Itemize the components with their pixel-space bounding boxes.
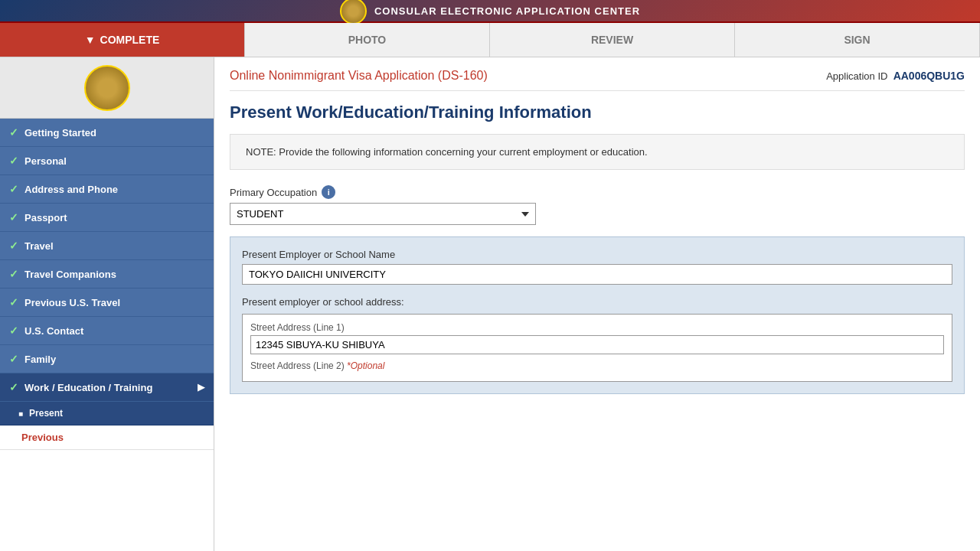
sidebar-sub-item-present[interactable]: ■ Present — [0, 402, 214, 425]
sidebar-item-travel-companions[interactable]: ✓ Travel Companions — [0, 260, 214, 289]
note-text: NOTE: Provide the following information … — [246, 146, 648, 158]
tab-complete-label: COMPLETE — [100, 34, 160, 46]
application-id: Application ID AA006QBU1G — [826, 70, 965, 82]
check-icon: ✓ — [9, 183, 18, 195]
sidebar-item-family[interactable]: ✓ Family — [0, 345, 214, 373]
sidebar-item-previous-us-travel[interactable]: ✓ Previous U.S. Travel — [0, 289, 214, 317]
check-icon: ✓ — [9, 126, 18, 139]
header-logo: CONSULAR ELECTRONIC APPLICATION CENTER — [340, 0, 640, 24]
tab-sign-label: SIGN — [844, 34, 870, 46]
sidebar-item-getting-started[interactable]: ✓ Getting Started — [0, 119, 214, 147]
employer-box: Present Employer or School Name Present … — [230, 236, 965, 394]
check-icon: ✓ — [9, 268, 18, 280]
seal-icon — [340, 0, 367, 24]
employer-name-section: Present Employer or School Name — [242, 249, 952, 285]
sidebar: ✓ Getting Started ✓ Personal ✓ Address a… — [0, 57, 214, 551]
check-icon: ✓ — [9, 324, 18, 337]
tab-complete[interactable]: ▼ COMPLETE — [0, 23, 245, 57]
sidebar-sub-label-present: Present — [29, 408, 63, 419]
primary-occupation-label: Primary Occupation i — [230, 185, 965, 199]
note-box: NOTE: Provide the following information … — [230, 134, 965, 170]
sidebar-item-passport[interactable]: ✓ Passport — [0, 204, 214, 232]
check-icon: ✓ — [9, 211, 18, 223]
application-title: Online Nonimmigrant Visa Application (DS… — [230, 69, 488, 83]
sidebar-item-work-education[interactable]: ✓ Work / Education / Training ▶ — [0, 373, 214, 402]
sidebar-label-passport: Passport — [24, 212, 67, 223]
street2-label-area: Street Address (Line 2) *Optional — [250, 360, 944, 371]
address-section: Present employer or school address: Stre… — [242, 296, 952, 382]
bullet-icon: ■ — [18, 409, 23, 418]
sidebar-item-personal[interactable]: ✓ Personal — [0, 147, 214, 175]
dropdown-arrow-icon: ▼ — [85, 34, 96, 46]
address-section-label: Present employer or school address: — [242, 296, 952, 308]
primary-occupation-section: Primary Occupation i STUDENT EMPLOYED SE… — [230, 185, 965, 225]
sidebar-logo-area — [0, 57, 214, 119]
sidebar-label-address-phone: Address and Phone — [24, 184, 118, 195]
street1-label: Street Address (Line 1) — [250, 322, 944, 333]
tab-review[interactable]: REVIEW — [490, 23, 735, 57]
sidebar-seal-icon — [84, 65, 130, 111]
check-icon: ✓ — [9, 240, 18, 252]
sidebar-item-us-contact[interactable]: ✓ U.S. Contact — [0, 317, 214, 345]
tab-review-label: REVIEW — [591, 34, 633, 46]
street2-optional: *Optional — [347, 360, 384, 371]
employer-name-label: Present Employer or School Name — [242, 249, 952, 260]
main-layout: ✓ Getting Started ✓ Personal ✓ Address a… — [0, 57, 980, 551]
page-title: Present Work/Education/Training Informat… — [230, 103, 965, 122]
sidebar-item-address-phone[interactable]: ✓ Address and Phone — [0, 175, 214, 204]
check-icon: ✓ — [9, 381, 18, 393]
check-icon: ✓ — [9, 296, 18, 308]
sidebar-item-travel[interactable]: ✓ Travel — [0, 232, 214, 260]
content-area: Online Nonimmigrant Visa Application (DS… — [214, 57, 980, 551]
street2-label: Street Address (Line 2) — [250, 360, 345, 371]
info-icon[interactable]: i — [322, 185, 335, 199]
primary-occupation-select[interactable]: STUDENT EMPLOYED SELF-EMPLOYED RETIRED U… — [230, 203, 536, 225]
sidebar-label-family: Family — [24, 354, 56, 365]
sidebar-label-work-education: Work / Education / Training — [24, 382, 152, 393]
employer-name-input[interactable] — [242, 264, 952, 285]
sidebar-label-travel-companions: Travel Companions — [24, 269, 116, 280]
sidebar-arrow-icon: ▶ — [198, 382, 204, 393]
sidebar-label-travel: Travel — [24, 240, 54, 252]
check-icon: ✓ — [9, 353, 18, 365]
header-bar: CONSULAR ELECTRONIC APPLICATION CENTER — [0, 0, 980, 23]
application-id-label: Application ID — [826, 70, 887, 82]
sidebar-label-personal: Personal — [24, 155, 67, 167]
application-header: Online Nonimmigrant Visa Application (DS… — [230, 69, 965, 91]
tab-photo[interactable]: PHOTO — [245, 23, 490, 57]
sidebar-label-previous-us-travel: Previous U.S. Travel — [24, 297, 120, 308]
street1-input[interactable] — [250, 335, 944, 354]
header-title: CONSULAR ELECTRONIC APPLICATION CENTER — [374, 5, 640, 17]
check-icon: ✓ — [9, 155, 18, 167]
address-box: Street Address (Line 1) Street Address (… — [242, 314, 952, 382]
sidebar-label-getting-started: Getting Started — [24, 127, 96, 139]
sidebar-previous-link[interactable]: Previous — [0, 425, 214, 450]
tab-sign[interactable]: SIGN — [735, 23, 980, 57]
previous-link-label: Previous — [21, 432, 64, 443]
application-id-value: AA006QBU1G — [893, 70, 965, 82]
primary-occupation-label-text: Primary Occupation — [230, 187, 317, 198]
tab-photo-label: PHOTO — [348, 34, 387, 46]
nav-tabs: ▼ COMPLETE PHOTO REVIEW SIGN — [0, 23, 980, 57]
sidebar-label-us-contact: U.S. Contact — [24, 325, 83, 337]
